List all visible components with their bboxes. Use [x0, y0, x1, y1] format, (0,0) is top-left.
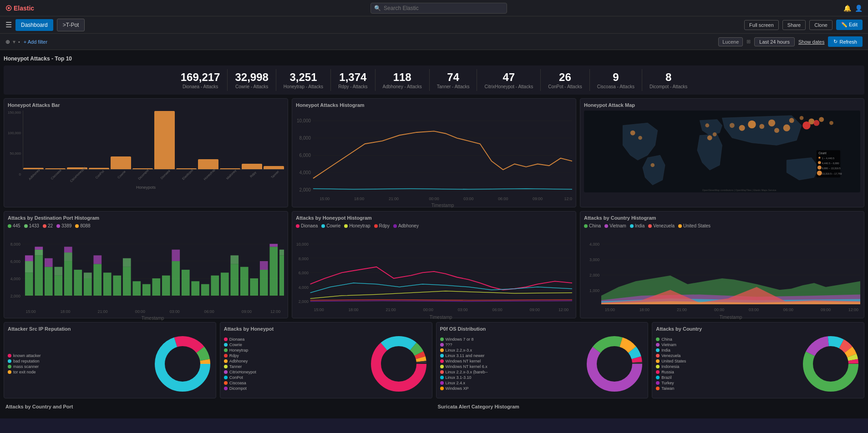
p0f-title: P0f OS Distribution — [440, 326, 645, 332]
tpot-tab[interactable]: >T-Pot — [57, 19, 85, 31]
add-filter-button[interactable]: + Add filter — [24, 39, 47, 45]
map-panel: Honeypot Attack Map — [580, 98, 864, 207]
donut-legend-label: Linux 3.1-3.10 — [446, 375, 472, 380]
svg-rect-71 — [64, 247, 72, 253]
show-dates-button[interactable]: Show dates — [798, 39, 824, 45]
svg-rect-95 — [250, 278, 258, 296]
menu-icon[interactable]: ☰ — [5, 20, 12, 29]
donut-legend-label: United States — [661, 359, 686, 363]
svg-rect-80 — [123, 258, 131, 267]
stat-number: 8 — [650, 71, 687, 84]
donut-legend-item: Vietnam — [656, 342, 797, 347]
svg-rect-90 — [211, 276, 219, 296]
stat-label: Cowrie - Attacks — [235, 84, 268, 89]
donut-dot — [224, 354, 228, 357]
search-bar-container: 🔍 — [34, 3, 843, 14]
country-hist-panel: Attacks by Country Histogram ChinaVietna… — [580, 211, 864, 318]
stat-number: 32,998 — [235, 71, 268, 84]
legend-label: 8088 — [80, 223, 90, 228]
bar-chart-area — [23, 111, 284, 170]
donut-legend-item: Cowrie — [224, 342, 365, 347]
svg-point-35 — [638, 136, 642, 140]
svg-text:2,000: 2,000 — [589, 273, 599, 277]
legend-dot — [321, 224, 325, 228]
svg-rect-85 — [172, 261, 180, 296]
svg-text:21:00: 21:00 — [386, 307, 396, 312]
dashboard-tab[interactable]: Dashboard — [15, 19, 53, 31]
calendar-icon[interactable]: ▾ — [13, 39, 15, 45]
donut-legend-item: Tanner — [224, 364, 365, 369]
legend-dot — [648, 224, 652, 228]
legend-item: Venezuela — [648, 223, 675, 228]
legend-item: United States — [678, 223, 711, 228]
user-icon[interactable]: 👤 — [855, 5, 863, 12]
donut-legend-item: Taiwan — [656, 386, 797, 391]
svg-text:09:00: 09:00 — [821, 307, 831, 312]
country-hist-svg: 4,000 3,000 2,000 1,000 15:00 18:00 21:0… — [584, 230, 860, 329]
filter-right: Lucene ⊞ Last 24 hours Show dates ↻ Refr… — [718, 36, 863, 47]
svg-point-152 — [167, 348, 198, 380]
stats-row: 169,217Dionaea - Attacks32,998Cowrie - A… — [4, 65, 864, 95]
donut-legend-item: tor exit node — [8, 370, 149, 374]
svg-text:06:00: 06:00 — [492, 307, 503, 312]
svg-rect-62 — [35, 256, 43, 296]
kql-icon[interactable]: ⊞ — [746, 39, 751, 45]
refresh-button[interactable]: ↻ Refresh — [828, 36, 863, 47]
donut-legend-item: Linux 2.2.x-3.x — [440, 348, 582, 352]
search-input[interactable] — [371, 3, 507, 14]
donut-legend-label: Rdpy — [229, 353, 239, 358]
donut-legend-label: mass scanner — [13, 364, 39, 369]
donut-legend-label: Tanner — [229, 364, 242, 369]
stat-number: 9 — [597, 71, 635, 84]
svg-text:03:00: 03:00 — [749, 307, 759, 312]
section-title: Honeypot Attacks - Top 10 — [4, 54, 864, 65]
donut-dot — [656, 343, 660, 347]
donut-dot — [8, 359, 11, 363]
donut-dot — [224, 343, 228, 347]
elastic-logo: ⦿ Elastic — [5, 5, 34, 12]
fullscreen-button[interactable]: Full screen — [744, 20, 779, 30]
donut-dot — [440, 354, 444, 357]
donut-dot — [8, 365, 11, 368]
legend-dot — [344, 224, 348, 228]
legend-dot — [296, 224, 299, 228]
attacks-honeypot-legend-list: DionaeaCowrieHoneytrapRdpyAdbhoneyTanner… — [224, 337, 365, 392]
donut-dot — [656, 365, 660, 368]
donut-legend-item: Russia — [656, 370, 797, 374]
legend-item: Vietnam — [604, 223, 626, 228]
legend-dot — [630, 224, 634, 228]
svg-rect-81 — [132, 281, 141, 296]
svg-text:06:00: 06:00 — [204, 309, 214, 314]
share-button[interactable]: Share — [782, 20, 806, 30]
svg-text:4,000: 4,000 — [299, 170, 311, 175]
svg-rect-86 — [172, 250, 180, 261]
clone-button[interactable]: Clone — [809, 20, 832, 30]
donut-legend-item: Brazil — [656, 375, 797, 380]
svg-text:06:00: 06:00 — [783, 307, 793, 312]
filter-icon[interactable]: ⊕ — [5, 39, 10, 45]
donut-dot — [440, 387, 444, 390]
chart-row-2: Attacks by Destination Port Histogram 44… — [4, 211, 864, 318]
y-label-0: 0 — [8, 172, 21, 176]
donut-legend-item: bad reputation — [8, 359, 149, 363]
edit-button[interactable]: ✏️ Edit — [836, 20, 863, 30]
donut-legend-item: Rdpy — [224, 353, 365, 358]
legend-item: 3389 — [56, 223, 71, 228]
legend-item: Rdpy — [374, 223, 390, 228]
legend-item: Cowrie — [321, 223, 340, 228]
world-map-svg: Count 1 – 4,440.5 4,440.5 – 8,880 8,880 … — [584, 111, 860, 192]
stat-item: 1,374Rdpy - Attacks — [331, 69, 375, 91]
lucene-label: Lucene — [718, 37, 743, 46]
svg-point-34 — [713, 132, 717, 136]
svg-point-39 — [813, 120, 819, 126]
svg-rect-89 — [201, 284, 209, 296]
country-port-title: Attacks by Country and Port — [4, 402, 432, 411]
svg-rect-79 — [123, 267, 131, 296]
notifications-icon[interactable]: 🔔 — [843, 5, 851, 12]
donut-legend-label: Turkey — [661, 381, 674, 385]
donut-legend-label: Taiwan — [661, 386, 674, 391]
map-area: Count 1 – 4,440.5 4,440.5 – 8,880 8,880 … — [584, 111, 860, 192]
p0f-donut — [585, 334, 644, 394]
p0f-panel: P0f OS Distribution Windows 7 or 8???Lin… — [436, 322, 649, 398]
stat-label: ConPot - Attacks — [548, 84, 582, 89]
